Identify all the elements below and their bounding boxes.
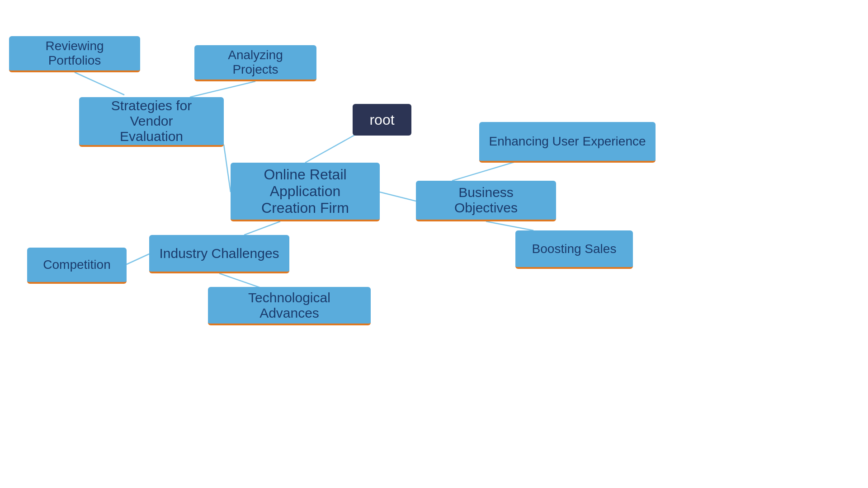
svg-line-7	[244, 221, 280, 235]
svg-line-9	[219, 273, 262, 288]
reviewing-node[interactable]: Reviewing Portfolios	[9, 36, 140, 72]
svg-line-1	[224, 145, 231, 192]
svg-line-8	[127, 254, 149, 264]
svg-line-4	[380, 192, 416, 201]
analyzing-node[interactable]: Analyzing Projects	[194, 45, 316, 81]
svg-line-5	[452, 160, 520, 181]
svg-line-3	[190, 81, 255, 97]
industry-node[interactable]: Industry Challenges	[149, 235, 289, 273]
svg-line-6	[486, 221, 533, 230]
boosting-node[interactable]: Boosting Sales	[515, 230, 633, 269]
strategies-node[interactable]: Strategies for VendorEvaluation	[79, 97, 224, 147]
svg-line-2	[75, 72, 124, 95]
mindmap-canvas: root Online Retail ApplicationCreation F…	[0, 0, 868, 488]
root-node[interactable]: root	[353, 104, 411, 136]
center-node[interactable]: Online Retail ApplicationCreation Firm	[231, 163, 380, 221]
competition-node[interactable]: Competition	[27, 248, 127, 284]
business-node[interactable]: Business Objectives	[416, 181, 556, 221]
technological-node[interactable]: Technological Advances	[208, 287, 371, 325]
connections-svg	[0, 0, 868, 488]
enhancing-node[interactable]: Enhancing User Experience	[479, 122, 656, 163]
